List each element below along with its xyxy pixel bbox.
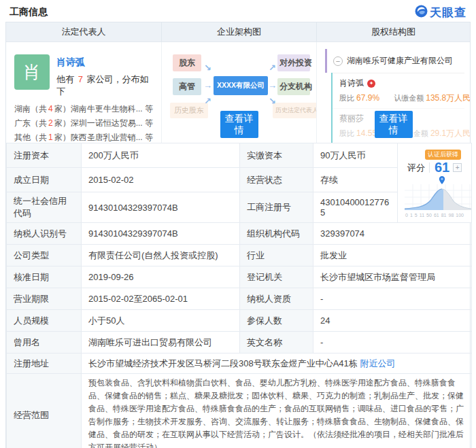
equity-holder-row: 肖诗弧 ✦ 股比 67.9% 认缴金额 135.8万人民币 — [333, 73, 464, 108]
company-count: 7 — [77, 74, 84, 84]
field-label: 注册资本 — [7, 143, 82, 168]
field-label: 营业期限 — [7, 288, 82, 310]
holder-amount: 29.1万人民币 — [430, 128, 470, 138]
business-info-panel: 法定代表人 企业架构图 股权结构图 肖 肖诗弧 他有 7 家公司，分布如下 — [5, 22, 471, 448]
page-title: 工商信息 — [10, 6, 48, 18]
org-node-history-legal-rep: 历史法定代表人 — [273, 103, 316, 118]
score-badge: 认证后获得 — [425, 150, 461, 160]
arrow-icon: → — [268, 80, 277, 90]
arrow-icon: ↗ — [269, 63, 276, 73]
arrow-icon: ↗ — [204, 96, 211, 106]
table-row: 曾用名 湖南唯乐可进出口贸易有限公司 英文名称 - — [7, 332, 472, 354]
legal-rep-name-link[interactable]: 肖诗弧 — [56, 56, 153, 69]
field-label: 注册地址 — [7, 354, 82, 374]
bell-curve-chart — [405, 184, 471, 210]
org-node-history-shareholders: 历史股东 — [170, 103, 208, 118]
field-label: 实缴资本 — [240, 143, 313, 168]
score-label: 评分 — [407, 162, 425, 174]
nearby-companies-link[interactable]: 附近公司 — [360, 358, 395, 368]
table-row: 经营范围 预包装食品、含乳饮料和植物蛋白饮料、食品、婴幼儿配方乳粉、特殊医学用途… — [7, 374, 472, 448]
equity-chart-cell: − 湖南唯乐可健康产业有限公司 肖诗弧 ✦ 股比 67.9% 认缴金额 13 — [316, 42, 470, 143]
field-label: 公司类型 — [7, 245, 82, 266]
tianyancha-logo-icon — [415, 5, 428, 20]
legal-rep-cell: 肖 肖诗弧 他有 7 家公司，分布如下 湖南（共4家）湖南牛更牛生物科... 等… — [6, 42, 161, 143]
score-widget: 认证后获得 评分 61 + — [398, 143, 472, 223]
field-label: 登记机关 — [240, 266, 313, 288]
header-org-chart: 企业架构图 — [161, 22, 316, 41]
table-row: 公司类型 有限责任公司(自然人投资或控股) 行业 批发业 — [7, 245, 472, 266]
list-item: 广东（共2家）深圳一诺恒达贸易... 等 — [14, 116, 153, 131]
view-org-chart-button[interactable]: 查看详情 — [220, 111, 258, 138]
field-value: 91430104329397074B — [82, 223, 240, 245]
field-label: 参保人数 — [240, 310, 313, 332]
list-item: 湖南（共4家）湖南牛更牛生物科... 等 — [14, 102, 153, 116]
arrow-icon: ↘ — [269, 96, 276, 106]
field-value: 90万人民币 — [313, 143, 398, 168]
arrow-icon: → — [203, 80, 212, 90]
collapse-icon[interactable]: − — [333, 56, 343, 66]
score-pin-icon — [439, 176, 445, 186]
view-equity-chart-button[interactable]: 查看详情 — [375, 111, 413, 138]
field-value: 200万人民币 — [82, 143, 240, 168]
field-value: 存续 — [313, 168, 398, 192]
legal-rep-distribution-list: 湖南（共4家）湖南牛更牛生物科... 等 广东（共2家）深圳一诺恒达贸易... … — [14, 102, 153, 143]
registered-address: 长沙市望城经济技术开发区马桥河二段308号联东金煜产业中心A41栋 附近公司 — [82, 354, 472, 374]
table-row: 注册资本 200万人民币 实缴资本 90万人民币 认证后获得 评分 61 + — [7, 143, 472, 168]
table-row: 注册地址 长沙市望城经济技术开发区马桥河二段308号联东金煜产业中心A41栋 附… — [7, 354, 472, 374]
field-value: 329397074 — [313, 223, 472, 245]
top-section: 肖 肖诗弧 他有 7 家公司，分布如下 湖南（共4家）湖南牛更牛生物科... 等… — [6, 42, 470, 143]
field-value: - — [313, 288, 472, 310]
avatar: 肖 — [14, 54, 50, 90]
business-info-table: 注册资本 200万人民币 实缴资本 90万人民币 认证后获得 评分 61 + — [6, 143, 472, 448]
field-label: 组织机构代码 — [240, 223, 313, 245]
field-value: 有限责任公司(自然人投资或控股) — [82, 245, 240, 266]
field-value: 批发业 — [313, 245, 472, 266]
field-value: 430104000127765 — [313, 192, 398, 223]
holder-amount: 135.8万人民币 — [426, 93, 470, 103]
field-label: 核准日期 — [7, 266, 82, 288]
holder-name: 蔡丽莎 — [339, 113, 364, 124]
org-node-shareholders: 股东 — [173, 54, 201, 71]
score-value: 61 — [435, 160, 449, 175]
table-row: 人员规模 小于50人 参保人数 24 — [7, 310, 472, 332]
org-node-branches: 分支机构 — [277, 78, 310, 95]
business-scope-value: 预包装食品、含乳饮料和植物蛋白饮料、食品、婴幼儿配方乳粉、特殊医学用途配方食品、… — [82, 374, 472, 448]
field-label: 行业 — [240, 245, 313, 266]
holder-ratio: 67.9% — [356, 93, 379, 103]
field-label: 工商注册号 — [240, 192, 313, 223]
field-label: 曾用名 — [7, 332, 82, 354]
org-node-executives: 高管 — [173, 78, 201, 95]
field-label: 人员规模 — [7, 310, 82, 332]
field-label: 纳税人识别号 — [7, 223, 82, 245]
legal-rep-head: 肖 肖诗弧 他有 7 家公司，分布如下 — [14, 54, 153, 98]
field-value: 91430104329397074B — [82, 192, 240, 223]
field-value: - — [313, 332, 472, 354]
holder-name: 肖诗弧 — [339, 77, 364, 89]
field-value: 2019-09-26 — [82, 266, 240, 288]
header-equity-chart: 股权结构图 — [316, 22, 470, 41]
score-axis: 0151150618198100 — [405, 213, 464, 218]
table-row: 营业期限 2015-02-02至2065-02-01 纳税人资质 - — [7, 288, 472, 310]
table-row: 核准日期 2019-09-26 登记机关 长沙市望城区市场监督管理局 — [7, 266, 472, 288]
legal-rep-summary: 他有 7 家公司，分布如下 — [56, 73, 153, 98]
score-expand-button[interactable]: + — [453, 163, 462, 172]
org-node-company-center: XXXX有限公司 — [214, 76, 268, 95]
list-item: 其他（共1家）陕西圣唐乳业营销... 等 — [14, 131, 153, 143]
field-label: 经营状态 — [240, 168, 313, 192]
section-header-row: 法定代表人 企业架构图 股权结构图 — [6, 22, 470, 42]
table-row: 纳税人识别号 91430104329397074B 组织机构代码 3293970… — [7, 223, 472, 245]
header-legal-rep: 法定代表人 — [6, 22, 161, 41]
org-chart-cell: 股东 高管 历史股东 XXXX有限公司 对外投资 分支机构 历史法定代表人 ↘ … — [161, 42, 316, 143]
brand-name: 天眼查 — [430, 5, 466, 20]
field-value: 24 — [313, 310, 472, 332]
field-value: 长沙市望城区市场监督管理局 — [313, 266, 472, 288]
field-label: 统一社会信用代码 — [7, 192, 82, 223]
score-distribution-chart: 0151150618198100 — [405, 184, 464, 218]
titlebar: 工商信息 天眼查 — [0, 0, 476, 22]
org-node-outbound-investment: 对外投资 — [277, 54, 310, 71]
field-label: 英文名称 — [240, 332, 313, 354]
tianyancha-logo[interactable]: 天眼查 — [415, 5, 466, 20]
field-value: 小于50人 — [82, 310, 240, 332]
field-label: 成立日期 — [7, 168, 82, 192]
field-label: 纳税人资质 — [240, 288, 313, 310]
